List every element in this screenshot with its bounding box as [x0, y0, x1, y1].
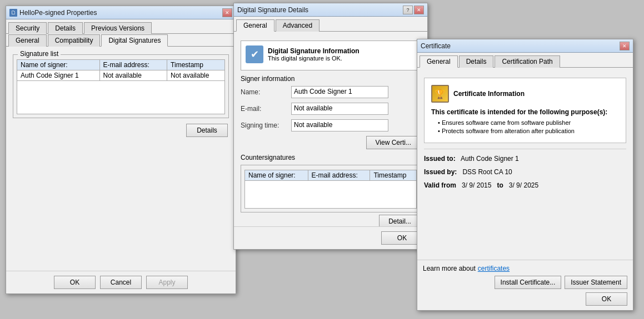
info-title: Digital Signature Information — [268, 47, 360, 55]
learn-more-text: Learn more about — [423, 265, 476, 272]
valid-label: Valid from — [424, 181, 456, 189]
win1-details-btn[interactable]: Details — [186, 124, 228, 137]
win1-apply-btn[interactable]: Apply — [146, 276, 188, 289]
tab-compatibility[interactable]: Compatibility — [48, 34, 101, 47]
col-email: E-mail address: — [99, 60, 167, 70]
hellope-properties-window: 🗋 HelloPe-signed Properties ✕ Security D… — [6, 6, 236, 294]
name-label: Name: — [241, 88, 288, 96]
counter-empty-row — [245, 181, 417, 209]
digital-signature-details-window: Digital Signature Details ? ✕ General Ad… — [233, 3, 428, 250]
signature-list-group: Signature list Name of signer: E-mail ad… — [13, 54, 229, 118]
signer-section-label: Signer information — [241, 75, 421, 83]
col-timestamp: Timestamp — [167, 60, 225, 70]
signature-list-label: Signature list — [18, 50, 61, 58]
tab-previous-versions[interactable]: Previous Versions — [84, 22, 152, 34]
win1-tabs-top: Security Details Previous Versions — [6, 19, 236, 34]
win2-title: Digital Signature Details — [237, 6, 308, 14]
issued-by-field: Issued by: DSS Root CA 10 — [424, 168, 626, 176]
tab-digital-signatures[interactable]: Digital Signatures — [101, 34, 168, 47]
view-cert-btn[interactable]: View Certi... — [366, 136, 421, 149]
issuer-stmt-btn[interactable]: Issuer Statement — [565, 276, 627, 289]
win1-controls: ✕ — [222, 8, 232, 17]
email-input: Not available — [291, 103, 388, 115]
win2-tabs: General Advanced — [234, 17, 427, 32]
tab-win3-general[interactable]: General — [420, 55, 458, 68]
win1-title-bar: 🗋 HelloPe-signed Properties ✕ — [6, 6, 236, 19]
valid-field: Valid from 3/ 9/ 2015 to 3/ 9/ 2025 — [424, 181, 626, 189]
counter-col-timestamp: Timestamp — [370, 170, 417, 181]
win2-bottom-bar: OK — [234, 226, 427, 249]
cert-icon: 🏆 — [431, 85, 449, 103]
signing-row: Signing time: Not available — [241, 119, 421, 131]
win1-cancel-btn[interactable]: Cancel — [100, 276, 142, 289]
signer-timestamp: Not available — [167, 70, 225, 81]
win2-close-btn[interactable]: ✕ — [414, 6, 424, 14]
cert-info-box: 🏆 Certificate Information This certifica… — [424, 78, 626, 143]
win1-content: Signature list Name of signer: E-mail ad… — [6, 47, 236, 144]
win2-help-btn[interactable]: ? — [403, 6, 413, 14]
issued-to-label: Issued to: — [424, 155, 456, 163]
win1-tabs-bottom: General Compatibility Digital Signatures — [6, 34, 236, 47]
signer-name: Auth Code Signer 1 — [17, 70, 100, 81]
win3-ok-btn[interactable]: OK — [586, 292, 627, 306]
table-row[interactable]: Auth Code Signer 1 Not available Not ava… — [17, 70, 225, 81]
cert-bottom-btns: Install Certificate... Issuer Statement — [423, 276, 627, 289]
issued-to-value: Auth Code Signer 1 — [461, 155, 519, 163]
tab-win3-cert-path[interactable]: Certification Path — [495, 55, 560, 68]
col-signer: Name of signer: — [17, 60, 100, 70]
tab-win3-details[interactable]: Details — [459, 55, 494, 68]
win3-close-btn[interactable]: ✕ — [620, 42, 630, 50]
tab-win2-advanced[interactable]: Advanced — [276, 19, 319, 32]
win1-close-btn[interactable]: ✕ — [222, 8, 232, 17]
signature-table: Name of signer: E-mail address: Timestam… — [17, 59, 225, 114]
cert-bullet-1: • Ensures software came from software pu… — [431, 119, 619, 126]
signer-email: Not available — [99, 70, 167, 81]
win2-content: ✔ Digital Signature Information This dig… — [234, 32, 427, 234]
table-row-empty — [17, 81, 225, 114]
email-label: E-mail: — [241, 105, 288, 113]
certificate-window: Certificate ✕ General Details Certificat… — [417, 39, 633, 311]
countersig-table: Name of signer: E-mail address: Timestam… — [244, 170, 417, 209]
win1-bottom-bar: OK Cancel Apply — [6, 271, 236, 293]
win3-title: Certificate — [421, 42, 451, 50]
counter-col-email: E-mail address: — [308, 170, 370, 181]
cert-purpose-text: This certificate is intended for the fol… — [431, 108, 619, 116]
info-header: ✔ Digital Signature Information This dig… — [246, 45, 416, 63]
learn-more-row: Learn more about certificates — [423, 265, 627, 272]
issued-to-field: Issued to: Auth Code Signer 1 — [424, 155, 626, 163]
email-row: E-mail: Not available — [241, 103, 421, 115]
digital-sig-info-box: ✔ Digital Signature Information This dig… — [241, 40, 421, 70]
win1-ok-btn[interactable]: OK — [54, 276, 96, 289]
name-row: Name: Auth Code Signer 1 — [241, 86, 421, 98]
win1-icon: 🗋 — [9, 9, 17, 17]
issued-by-value: DSS Root CA 10 — [462, 168, 512, 176]
win3-tabs: General Details Certification Path — [417, 53, 633, 68]
tab-details[interactable]: Details — [48, 22, 83, 34]
tab-general[interactable]: General — [8, 34, 47, 47]
win3-ok-area: OK — [423, 292, 627, 306]
win3-title-bar: Certificate ✕ — [417, 39, 633, 53]
issued-by-label: Issued by: — [424, 168, 457, 176]
win1-title: HelloPe-signed Properties — [19, 9, 97, 17]
win3-content: 🏆 Certificate Information This certifica… — [417, 68, 633, 245]
valid-from: 3/ 9/ 2015 — [462, 181, 491, 189]
win2-controls: ? ✕ — [403, 6, 424, 14]
valid-to-label: to — [497, 181, 503, 189]
signing-input: Not available — [291, 119, 388, 131]
countersig-group: Name of signer: E-mail address: Timestam… — [241, 165, 421, 212]
countersig-label: Countersignatures — [241, 154, 421, 161]
valid-to: 3/ 9/ 2025 — [509, 181, 538, 189]
tab-security[interactable]: Security — [8, 22, 47, 34]
cert-icon-area: 🏆 Certificate Information — [431, 85, 619, 103]
win3-bottom-area: Learn more about certificates Install Ce… — [417, 260, 633, 310]
info-subtitle: This digital signature is OK. — [268, 55, 360, 62]
tab-win2-general[interactable]: General — [236, 19, 274, 32]
shield-icon: ✔ — [246, 45, 263, 63]
cert-divider-1 — [424, 149, 626, 149]
win1-details-area: Details — [11, 121, 231, 139]
cert-bullet-2: • Protects software from alteration afte… — [431, 128, 619, 134]
install-cert-btn[interactable]: Install Certificate... — [495, 276, 562, 289]
certificates-link[interactable]: certificates — [478, 265, 510, 272]
win2-title-bar: Digital Signature Details ? ✕ — [234, 3, 427, 17]
counter-col-signer: Name of signer: — [245, 170, 308, 181]
